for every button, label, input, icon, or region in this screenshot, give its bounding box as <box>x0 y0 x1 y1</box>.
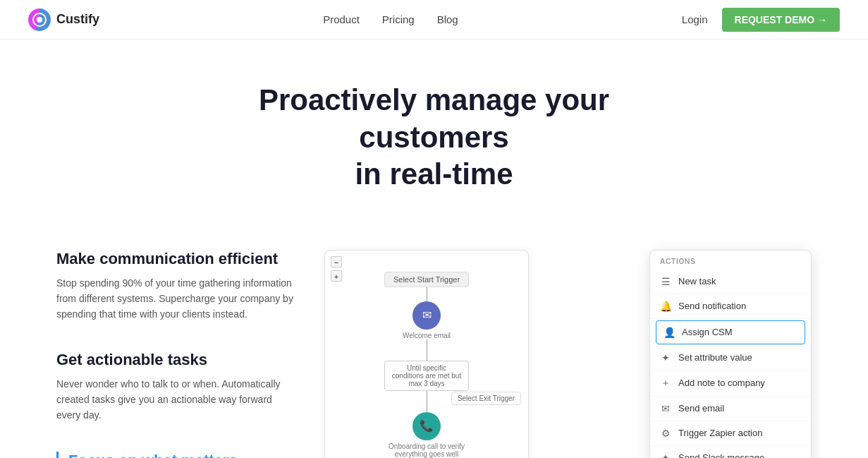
hero-headline: Proactively manage your customers in rea… <box>188 82 681 193</box>
nav-right: Login REQUEST DEMO → <box>682 8 840 32</box>
action-new-task-label: New task <box>678 276 716 287</box>
action-trigger-zapier[interactable]: ⚙ Trigger Zapier action <box>650 421 811 446</box>
actions-panel: ACTIONS ☰ New task 🔔 Send notification 👤… <box>649 250 812 459</box>
hero-section: Proactively manage your customers in rea… <box>0 40 868 222</box>
feature-tasks-desc: Never wonder who to talk to or when. Aut… <box>56 376 296 423</box>
feature-tasks: Get actionable tasks Never wonder who to… <box>56 351 296 423</box>
feature-communication-title: Make communication efficient <box>56 250 296 268</box>
feature-focus: Focus on what matters Automate low-touch… <box>56 452 296 458</box>
request-demo-button[interactable]: REQUEST DEMO → <box>722 8 840 32</box>
send-slack-icon: ✦ <box>660 452 671 459</box>
flow-zoom-in[interactable]: + <box>331 270 342 282</box>
assign-csm-icon: 👤 <box>664 327 675 338</box>
flow-call-node[interactable]: 📞 <box>412 412 441 440</box>
set-attribute-icon: ✦ <box>660 352 671 363</box>
action-add-note[interactable]: ＋ Add note to company <box>650 370 811 397</box>
actions-title: ACTIONS <box>650 251 811 270</box>
action-assign-csm[interactable]: 👤 Assign CSM <box>656 320 805 344</box>
left-panel: Make communication efficient Stop spendi… <box>56 250 296 459</box>
flow-content: Select Start Trigger ✉ Welcome email Unt… <box>332 265 521 459</box>
flow-email-label: Welcome email <box>403 332 451 339</box>
action-send-notification-label: Send notification <box>678 301 746 311</box>
action-send-slack[interactable]: ✦ Send Slack message <box>650 446 811 459</box>
action-add-note-label: Add note to company <box>678 378 765 388</box>
feature-tasks-title: Get actionable tasks <box>56 351 296 369</box>
action-set-attribute[interactable]: ✦ Set attribute value <box>650 346 811 370</box>
flow-arrow-1 <box>427 287 427 301</box>
send-notification-icon: 🔔 <box>660 301 671 312</box>
login-link[interactable]: Login <box>682 13 708 25</box>
right-panel: − + Select Start Trigger ✉ Welcome email… <box>324 250 812 459</box>
action-new-task[interactable]: ☰ New task <box>650 270 811 294</box>
flow-email-node[interactable]: ✉ <box>412 301 441 330</box>
nav-links: Product Pricing Blog <box>323 13 458 25</box>
nav-product[interactable]: Product <box>323 13 360 25</box>
logo[interactable]: Custify <box>28 8 99 31</box>
action-set-attribute-label: Set attribute value <box>678 352 752 363</box>
send-email-icon: ✉ <box>660 403 671 414</box>
flow-condition: Until specific conditions are met but ma… <box>384 361 469 391</box>
flow-arrow-3 <box>427 391 427 412</box>
feature-communication: Make communication efficient Stop spendi… <box>56 250 296 323</box>
logo-text: Custify <box>56 12 99 27</box>
diagram-wrapper: − + Select Start Trigger ✉ Welcome email… <box>324 250 812 459</box>
svg-point-1 <box>37 17 42 23</box>
flow-exit-trigger[interactable]: Select Exit Trigger <box>451 392 521 405</box>
main-content: Make communication efficient Stop spendi… <box>0 222 868 459</box>
new-task-icon: ☰ <box>660 276 671 287</box>
feature-communication-desc: Stop spending 90% of your time gathering… <box>56 275 296 323</box>
feature-focus-title: Focus on what matters <box>68 452 296 458</box>
nav-pricing[interactable]: Pricing <box>382 13 415 25</box>
flow-start-trigger[interactable]: Select Start Trigger <box>384 272 469 287</box>
nav-blog[interactable]: Blog <box>437 13 458 25</box>
flow-diagram: − + Select Start Trigger ✉ Welcome email… <box>324 250 529 459</box>
action-assign-csm-label: Assign CSM <box>682 327 733 337</box>
flow-call-label: Onboarding call to verify everything goe… <box>384 442 469 458</box>
flow-zoom-out[interactable]: − <box>331 256 342 267</box>
navbar: Custify Product Pricing Blog Login REQUE… <box>0 0 868 40</box>
action-trigger-zapier-label: Trigger Zapier action <box>678 428 762 438</box>
logo-icon <box>28 8 51 31</box>
action-send-email[interactable]: ✉ Send email <box>650 397 811 421</box>
action-send-slack-label: Send Slack message <box>678 452 764 458</box>
add-note-icon: ＋ <box>660 377 671 390</box>
action-send-email-label: Send email <box>678 403 724 414</box>
action-send-notification[interactable]: 🔔 Send notification <box>650 294 811 319</box>
trigger-zapier-icon: ⚙ <box>660 428 671 439</box>
flow-controls: − + <box>331 256 342 282</box>
flow-arrow-2 <box>427 339 427 361</box>
